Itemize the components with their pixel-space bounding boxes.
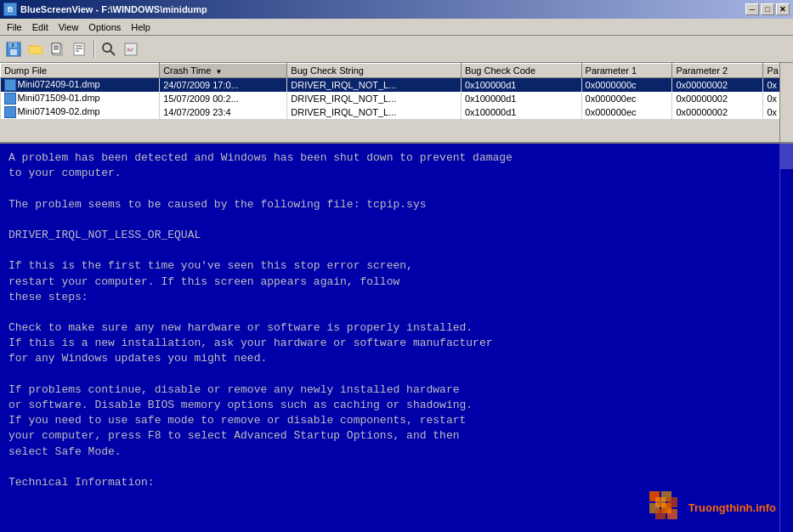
cell-bug-check-string: DRIVER_IRQL_NOT_L... [287,105,462,119]
svg-rect-26 [667,497,677,507]
bsod-scrollbar-thumb[interactable] [780,144,793,169]
col-dump-file[interactable]: Dump File [1,64,160,78]
cell-param2: 0x00000002 [672,92,763,105]
cell-bug-check-string: DRIVER_IRQL_NOT_L... [287,78,462,93]
toolbar-separator-1 [93,41,95,58]
watermark: Truongthinh.info [649,491,776,525]
title-bar-left: B BlueScreenView - F:\WINDOWS\minidump [3,3,207,16]
dump-table: Dump File Crash Time ▼ Bug Check String … [0,63,793,119]
properties-button[interactable] [70,39,90,59]
cell-param1: 0x000000ec [581,105,672,119]
col-bug-check-string[interactable]: Bug Check String [287,64,462,78]
main-content: Dump File Crash Time ▼ Bug Check String … [0,63,793,532]
menu-file[interactable]: File [2,20,27,34]
bsod-scrollbar[interactable] [779,144,793,532]
svg-rect-12 [74,43,84,55]
col-crash-time[interactable]: Crash Time ▼ [160,64,287,78]
col-bug-check-code[interactable]: Bug Check Code [461,64,581,78]
cell-param1: 0x0000000c [581,78,672,93]
menu-help[interactable]: Help [126,20,156,34]
html-report-button[interactable]: > / [121,39,141,59]
cell-param2: 0x00000002 [672,105,763,119]
cell-param1: 0x000000ec [581,92,672,105]
row-icon [4,79,16,91]
menu-bar: File Edit View Options Help [0,19,793,36]
svg-line-17 [110,51,115,55]
menu-view[interactable]: View [54,20,84,34]
cell-crash-time: 14/07/2009 23:4 [160,105,287,119]
minimize-button[interactable]: ─ [745,3,759,15]
cell-dump-file: Mini071509-01.dmp [1,92,160,105]
toolbar: > / [0,36,793,63]
open-folder-button[interactable] [25,39,46,59]
cell-bug-check-code: 0x100000d1 [461,92,581,105]
cell-dump-file: Mini072409-01.dmp [1,78,160,93]
find-button[interactable] [99,39,119,59]
row-icon [4,93,16,105]
menu-options[interactable]: Options [83,20,126,34]
cell-crash-time: 15/07/2009 00:2... [160,92,287,105]
maximize-button[interactable]: □ [761,3,774,15]
svg-rect-2 [10,49,17,55]
cell-bug-check-string: DRIVER_IRQL_NOT_L... [287,92,462,105]
cell-crash-time: 24/07/2009 17:0... [160,78,287,93]
svg-rect-3 [12,43,14,47]
cell-dump-file: Mini071409-02.dmp [1,105,160,119]
cell-bug-check-code: 0x100000d1 [461,78,581,93]
watermark-text: Truongthinh.info [688,501,776,516]
row-icon [4,106,16,118]
svg-point-16 [103,43,111,52]
table-container: Dump File Crash Time ▼ Bug Check String … [0,63,793,144]
sort-arrow: ▼ [215,68,222,76]
svg-rect-8 [52,43,60,54]
svg-rect-27 [655,509,666,519]
copy-button[interactable] [48,39,68,59]
svg-text:/: / [130,46,134,54]
table-scrollbar[interactable] [779,63,793,142]
bsod-text: A problem has been detected and Windows … [8,150,785,490]
svg-rect-28 [667,509,677,519]
cell-bug-check-code: 0x100000d1 [461,105,581,119]
table-row[interactable]: Mini071509-01.dmp 15/07/2009 00:2... DRI… [1,92,793,105]
save-button[interactable] [3,39,24,59]
svg-rect-6 [30,47,42,54]
title-bar: B BlueScreenView - F:\WINDOWS\minidump ─… [0,0,793,19]
col-param2[interactable]: Parameter 2 [672,64,763,78]
table-row[interactable]: Mini071409-02.dmp 14/07/2009 23:4 DRIVER… [1,105,793,119]
col-param1[interactable]: Parameter 1 [581,64,672,78]
table-row[interactable]: Mini072409-01.dmp 24/07/2009 17:0... DRI… [1,78,793,93]
watermark-logo [649,491,683,525]
title-bar-text: BlueScreenView - F:\WINDOWS\minidump [20,4,207,14]
menu-edit[interactable]: Edit [27,20,54,34]
app-icon: B [3,3,17,16]
close-button[interactable]: ✕ [776,3,790,15]
bsod-area: A problem has been detected and Windows … [0,144,793,532]
cell-param2: 0x00000002 [672,78,763,93]
svg-rect-25 [655,497,666,507]
title-bar-controls: ─ □ ✕ [745,3,790,15]
